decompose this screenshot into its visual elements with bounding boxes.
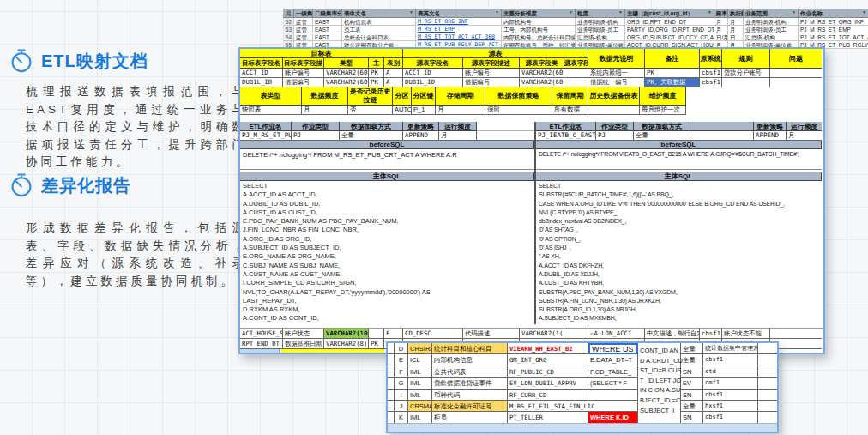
column-header[interactable]: 历史数据备份表 xyxy=(588,87,640,106)
field-cell[interactable]: DUBIL_ID xyxy=(403,78,463,87)
sheet-header-cell[interactable]: 作业名称▼ xyxy=(799,9,868,18)
source-system-cell[interactable]: hxsf1 xyxy=(703,401,758,412)
group-header-source[interactable]: 源表 xyxy=(403,49,588,58)
column-header[interactable]: 源表字段类 xyxy=(520,58,564,69)
empty-cell[interactable] xyxy=(388,412,395,423)
table-ename-cell[interactable]: RF_PUBLIC_CD xyxy=(508,366,588,378)
field-cell[interactable]: VARCHAR2(60) xyxy=(520,69,564,78)
sheet-cell[interactable]: PJ_M_RS_ET_EMP xyxy=(799,26,868,33)
field-cell[interactable] xyxy=(770,69,822,78)
system-code-cell[interactable]: ICL xyxy=(408,354,432,366)
table-ename-cell[interactable]: VIEARW_WH_EAST_B2 xyxy=(508,343,588,354)
join-sql-overlay[interactable]: CONT_ID AND A.CRDT_CUST_ID=B.CUST_ID LEF… xyxy=(640,346,683,415)
row-number[interactable]: 54 xyxy=(283,33,294,41)
field-cell[interactable]: 账户状态 xyxy=(283,329,324,339)
etl-cell[interactable]: 全量 xyxy=(340,131,403,141)
field-cell[interactable]: VARCHAR2(8) xyxy=(324,339,369,349)
etl-cell[interactable]: APPEND xyxy=(754,131,787,141)
field-cell[interactable]: 账户编号 xyxy=(283,69,324,78)
field-cell[interactable] xyxy=(564,78,588,87)
etl-header[interactable]: 作业类型 xyxy=(596,122,634,131)
etl-cell[interactable]: 月 xyxy=(439,131,477,141)
field-cell[interactable]: PK、关联数据 xyxy=(645,78,700,87)
etl-cell[interactable]: 全量 xyxy=(634,131,690,141)
source-system-cell[interactable]: cbsf1 xyxy=(703,354,758,366)
field-cell[interactable]: 账户状态不能 xyxy=(722,329,770,339)
filter-icon[interactable]: ▼ xyxy=(708,10,712,15)
etl-cell[interactable] xyxy=(690,131,754,141)
empty-cell[interactable] xyxy=(388,343,395,354)
field-cell[interactable]: ACT_HOUSE_STS xyxy=(240,329,283,339)
column-header[interactable]: 备注 xyxy=(645,49,700,69)
load-mode-cell[interactable]: 全量 xyxy=(681,354,703,366)
table-ename-cell[interactable]: PT_TELLER xyxy=(508,412,588,423)
sheet-cell[interactable]: 日 xyxy=(728,33,744,41)
field-cell[interactable]: VARCHAR2(1( xyxy=(520,329,564,339)
column-header[interactable]: 源表字段加 xyxy=(564,58,588,69)
source-system-cell[interactable]: cmf1 xyxy=(703,378,758,389)
table-cname-cell[interactable]: 统计科目和核心科目 xyxy=(432,343,508,354)
field-cell[interactable]: cbsf1 xyxy=(700,329,722,339)
sheet-header-cell[interactable]: 频率 xyxy=(714,9,728,18)
sheet-cell[interactable]: 内部机构号、总账会计科目编号、币种 xyxy=(502,33,576,41)
alias-cell[interactable]: I xyxy=(395,390,408,401)
etl-header[interactable]: 运行频度 xyxy=(439,122,477,131)
etl-cell[interactable]: PJ xyxy=(292,131,340,141)
condition-cell[interactable]: (SELECT * F xyxy=(588,378,638,389)
column-header[interactable]: 源表字段描述 xyxy=(463,58,520,69)
etl-cell[interactable]: APPEND xyxy=(403,131,439,141)
condition-cell[interactable]: F.CD_TABLE_ xyxy=(588,366,638,378)
sheet-header-cell[interactable]: 主键（如cust_id,org_id）▼ xyxy=(625,9,714,18)
filter-icon[interactable]: ▼ xyxy=(792,10,796,15)
etl-header[interactable]: ETL作业名 xyxy=(240,122,292,131)
field-cell[interactable] xyxy=(564,329,588,339)
sheet-header-cell[interactable]: 主要分析维度▼ xyxy=(502,9,576,18)
sheet-header-cell[interactable]: 表中文名▼ xyxy=(342,9,416,18)
meta-cell[interactable] xyxy=(588,106,640,115)
field-cell[interactable]: 贷款分户账号 xyxy=(722,69,770,78)
field-cell[interactable] xyxy=(770,78,822,87)
field-cell[interactable]: VARCHAR2(1000) xyxy=(324,329,369,339)
field-cell[interactable]: 系统内最细一 xyxy=(588,69,645,78)
load-mode-cell[interactable]: 全量 xyxy=(681,343,703,354)
filter-icon[interactable]: ▼ xyxy=(495,10,499,15)
condition-cell[interactable]: WHERE K.ID_ xyxy=(588,412,638,423)
etl-header[interactable]: 数据加载方式 xyxy=(634,122,690,131)
field-cell[interactable]: 账户编号 xyxy=(463,69,520,78)
sheet-header-cell[interactable]: 一级集市▼ xyxy=(294,9,313,18)
meta-cell[interactable]: 月 xyxy=(302,106,348,115)
system-code-cell[interactable]: CRSMA xyxy=(408,401,432,412)
sheet-cell[interactable]: 内部机构号 xyxy=(502,18,576,26)
empty-cell[interactable] xyxy=(758,390,777,401)
selected-cell[interactable] xyxy=(240,349,280,354)
column-header[interactable]: 主 xyxy=(369,58,384,69)
sheet-cell[interactable]: EAST xyxy=(313,33,342,41)
table-ename-cell[interactable]: EV_LON_DUBIL_APPRV xyxy=(508,378,588,389)
system-code-cell[interactable]: CRSIRP xyxy=(408,343,432,354)
load-mode-cell[interactable]: SN xyxy=(681,412,703,423)
etl-cell[interactable]: 月 xyxy=(787,131,822,141)
table-cname-cell[interactable]: 币种代码 xyxy=(432,390,508,401)
column-header[interactable]: 是否记录历史拉链 xyxy=(348,87,393,106)
source-system-cell[interactable]: cbsf1 xyxy=(703,412,758,423)
column-header[interactable]: 表别 xyxy=(384,58,403,69)
column-header[interactable]: 类型 xyxy=(324,58,369,69)
column-header[interactable]: 问题 xyxy=(770,49,822,69)
field-cell[interactable]: DUBIL_ID xyxy=(240,78,283,87)
condition-cell[interactable]: E.DATA_DT=T xyxy=(588,354,638,366)
alias-cell[interactable]: G xyxy=(395,378,408,389)
system-code-cell[interactable]: IML xyxy=(408,366,432,378)
sheet-cell[interactable]: 业务明细级-机构 xyxy=(576,18,625,26)
alias-cell[interactable]: K xyxy=(395,412,408,423)
empty-cell[interactable] xyxy=(758,401,777,412)
horizontal-scrollbar[interactable] xyxy=(388,423,777,432)
field-cell[interactable] xyxy=(369,329,384,339)
sheet-cell[interactable]: PJ_M_RS_ET_TOT_ACT_ACT_3 xyxy=(799,33,868,41)
sheet-cell[interactable]: 工号、内部机构号 xyxy=(502,26,576,33)
sheet-cell[interactable]: 月 xyxy=(714,26,728,33)
table-ename-cell[interactable]: RF_CURR_CD xyxy=(508,390,588,401)
empty-cell[interactable] xyxy=(388,354,395,366)
system-code-cell[interactable]: IML xyxy=(408,378,432,389)
column-header[interactable]: 分区 xyxy=(393,87,412,106)
column-header[interactable]: 分区键 xyxy=(412,87,436,106)
